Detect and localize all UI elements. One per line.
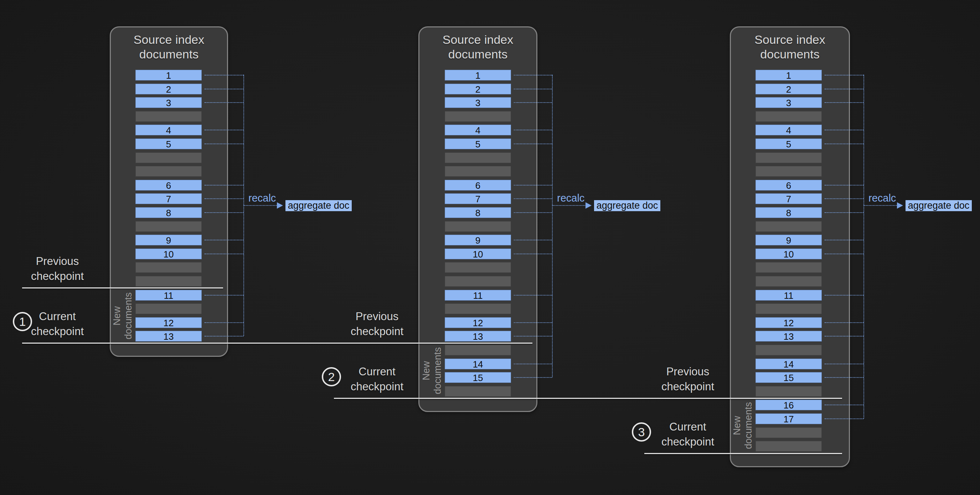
document-bar: 13 xyxy=(135,331,202,341)
document-bar: 6 xyxy=(135,180,202,190)
document-bar: 4 xyxy=(445,125,511,135)
doc-connector-line xyxy=(825,143,864,144)
empty-slot-bar xyxy=(135,166,202,177)
document-bar: 12 xyxy=(756,317,822,328)
document-bar: 8 xyxy=(756,207,822,218)
document-bar: 5 xyxy=(445,138,511,149)
doc-connector-line xyxy=(825,75,864,76)
doc-connector-line xyxy=(514,143,552,144)
empty-slot-bar xyxy=(756,221,822,232)
doc-connector-line xyxy=(514,102,552,103)
document-bar: 6 xyxy=(445,180,511,190)
document-bar: 3 xyxy=(756,97,822,108)
doc-connector-line xyxy=(825,419,864,419)
doc-connector-line xyxy=(825,295,864,295)
doc-connector-line xyxy=(514,185,552,186)
empty-slot-bar xyxy=(756,441,822,452)
document-bar: 4 xyxy=(756,125,822,135)
document-bar: 5 xyxy=(756,138,822,149)
empty-slot-bar xyxy=(135,262,202,273)
empty-slot-bar xyxy=(756,276,822,287)
doc-connector-line xyxy=(205,322,243,323)
document-bar: 15 xyxy=(445,372,511,383)
checkpoint-line-panel-3-current xyxy=(644,453,842,454)
recalc-arrowhead xyxy=(897,202,903,209)
panel-title: Source index xyxy=(110,33,228,47)
document-bar: 17 xyxy=(756,413,822,424)
document-bar: 9 xyxy=(135,235,202,245)
previous-checkpoint-label: Previouscheckpoint xyxy=(627,364,748,394)
previous-checkpoint-label-line: Previous xyxy=(317,309,438,324)
document-bar: 2 xyxy=(445,84,511,94)
document-bar: 13 xyxy=(445,331,511,341)
recalc-label: recalc xyxy=(557,192,584,204)
checkpoint-number-badge: 2 xyxy=(322,367,341,386)
checkpoint-line-panel-1-previous xyxy=(22,287,223,289)
aggregate-doc-box: aggregate doc xyxy=(594,200,660,211)
document-bar: 14 xyxy=(756,359,822,369)
empty-slot-bar xyxy=(756,303,822,314)
doc-connector-line xyxy=(825,240,864,240)
empty-slot-bar xyxy=(445,262,511,273)
doc-connector-line xyxy=(514,75,552,76)
empty-slot-bar xyxy=(445,166,511,177)
doc-connector-line xyxy=(825,405,864,405)
doc-connector-line xyxy=(205,143,243,144)
empty-slot-bar xyxy=(445,221,511,232)
document-bar: 8 xyxy=(445,207,511,218)
doc-connector-line xyxy=(205,102,243,103)
new-documents-label-line: documents xyxy=(123,292,134,340)
empty-slot-bar xyxy=(135,303,202,314)
panel-title: documents xyxy=(418,48,538,61)
document-bar: 9 xyxy=(756,235,822,245)
doc-connector-line xyxy=(825,89,864,89)
empty-slot-bar xyxy=(445,345,511,355)
doc-connector-line xyxy=(825,377,864,378)
empty-slot-bar xyxy=(756,111,822,122)
document-bar: 14 xyxy=(445,359,511,369)
doc-connector-line xyxy=(825,198,864,199)
doc-connector-line xyxy=(514,322,552,323)
empty-slot-bar xyxy=(135,111,202,122)
previous-checkpoint-label: Previouscheckpoint xyxy=(0,254,118,284)
document-bar: 11 xyxy=(756,290,822,301)
doc-connector-line xyxy=(514,336,552,336)
empty-slot-bar xyxy=(756,427,822,438)
document-bar: 12 xyxy=(135,317,202,328)
document-bar: 6 xyxy=(756,180,822,190)
document-bar: 2 xyxy=(756,84,822,94)
aggregate-doc-box: aggregate doc xyxy=(905,200,972,211)
doc-connector-line xyxy=(514,130,552,130)
checkpoint-number-badge: 3 xyxy=(632,422,651,441)
recalc-arrowhead xyxy=(585,202,592,209)
checkpoint-number-badge: 1 xyxy=(13,312,32,331)
checkpoint-line-panel-1-current-panel-2-previous xyxy=(22,343,532,344)
empty-slot-bar xyxy=(756,262,822,273)
doc-connector-line xyxy=(205,130,243,130)
doc-connector-line xyxy=(825,212,864,213)
bracket-line xyxy=(552,75,553,377)
document-bar: 3 xyxy=(445,97,511,108)
checkpoint-line-panel-2-current-panel-3-previous xyxy=(334,398,842,399)
transform-checkpoint-diagram: Source indexdocuments12345678910111213re… xyxy=(0,0,980,495)
recalc-label: recalc xyxy=(248,192,276,204)
doc-connector-line xyxy=(205,89,243,89)
recalc-label: recalc xyxy=(869,192,896,204)
doc-connector-line xyxy=(825,254,864,254)
panel-title: documents xyxy=(730,48,850,61)
previous-checkpoint-label: Previouscheckpoint xyxy=(317,309,438,339)
doc-connector-line xyxy=(514,377,552,378)
empty-slot-bar xyxy=(445,276,511,287)
document-bar: 12 xyxy=(445,317,511,328)
previous-checkpoint-label-line: Previous xyxy=(0,254,118,269)
empty-slot-bar xyxy=(135,152,202,163)
doc-connector-line xyxy=(205,212,243,213)
doc-connector-line xyxy=(514,89,552,89)
doc-connector-line xyxy=(825,336,864,336)
doc-connector-line xyxy=(514,363,552,364)
doc-connector-line xyxy=(514,254,552,254)
previous-checkpoint-label-line: Previous xyxy=(627,364,748,379)
document-bar: 10 xyxy=(445,249,511,259)
document-bar: 1 xyxy=(445,70,511,81)
recalc-arrow xyxy=(864,205,898,206)
